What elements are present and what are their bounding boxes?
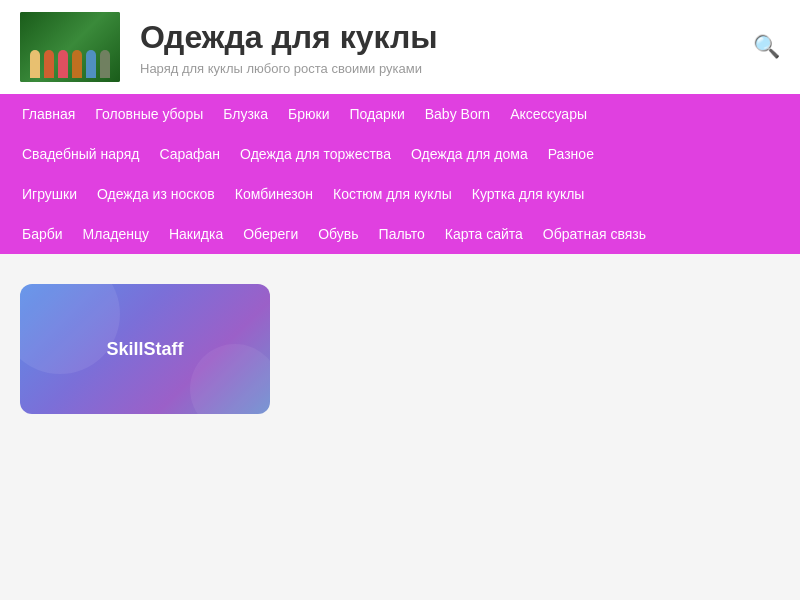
nav-item-torzhestvo[interactable]: Одежда для торжества [230, 134, 401, 174]
nav-item-obuv[interactable]: Обувь [308, 214, 368, 254]
site-title: Одежда для куклы [140, 18, 733, 56]
search-icon[interactable]: 🔍 [753, 34, 780, 60]
site-logo[interactable] [20, 12, 120, 82]
skillstaff-label: SkillStaff [106, 339, 183, 360]
nav-item-barbi[interactable]: Барби [12, 214, 73, 254]
nav-item-kombinezon[interactable]: Комбинезон [225, 174, 323, 214]
nav-item-noskov[interactable]: Одежда из носков [87, 174, 225, 214]
nav-item-svadebnyj[interactable]: Свадебный наряд [12, 134, 149, 174]
nav-item-sarafan[interactable]: Сарафан [149, 134, 230, 174]
logo-doll-4 [72, 50, 82, 78]
nav-item-kurtka[interactable]: Куртка для куклы [462, 174, 595, 214]
nav-item-nakidka[interactable]: Накидка [159, 214, 233, 254]
nav-item-oberegi[interactable]: Обереги [233, 214, 308, 254]
nav-item-baby-born[interactable]: Baby Born [415, 94, 500, 134]
nav-row-4: Барби Младенцу Накидка Обереги Обувь Пал… [12, 214, 788, 254]
nav-row-2: Свадебный наряд Сарафан Одежда для торже… [12, 134, 788, 174]
nav-item-golovnye[interactable]: Головные уборы [85, 94, 213, 134]
nav-item-bryuki[interactable]: Брюки [278, 94, 339, 134]
logo-doll-2 [44, 50, 54, 78]
nav-item-mladentsu[interactable]: Младенцу [73, 214, 159, 254]
nav-item-palto[interactable]: Пальто [369, 214, 435, 254]
nav-item-karta[interactable]: Карта сайта [435, 214, 533, 254]
nav-item-feedback[interactable]: Обратная связь [533, 214, 656, 254]
nav-row-3: Игрушки Одежда из носков Комбинезон Кост… [12, 174, 788, 214]
nav-row-1: Главная Головные уборы Блузка Брюки Пода… [12, 94, 788, 134]
nav-item-glavnaya[interactable]: Главная [12, 94, 85, 134]
nav-item-doma[interactable]: Одежда для дома [401, 134, 538, 174]
nav-item-aksessuary[interactable]: Аксессуары [500, 94, 597, 134]
header-text-block: Одежда для куклы Наряд для куклы любого … [140, 18, 733, 75]
logo-doll-1 [30, 50, 40, 78]
main-navigation: Главная Головные уборы Блузка Брюки Пода… [0, 94, 800, 254]
nav-item-kostyum[interactable]: Костюм для куклы [323, 174, 462, 214]
nav-item-bluzka[interactable]: Блузка [213, 94, 278, 134]
logo-doll-3 [58, 50, 68, 78]
logo-doll-6 [100, 50, 110, 78]
nav-item-podarki[interactable]: Подарки [340, 94, 415, 134]
site-subtitle: Наряд для куклы любого роста своими рука… [140, 61, 733, 76]
main-content: SkillStaff [0, 254, 800, 444]
nav-item-igrushki[interactable]: Игрушки [12, 174, 87, 214]
site-header: Одежда для куклы Наряд для куклы любого … [0, 0, 800, 94]
nav-item-raznoe[interactable]: Разное [538, 134, 604, 174]
skillstaff-card[interactable]: SkillStaff [20, 284, 270, 414]
logo-doll-5 [86, 50, 96, 78]
